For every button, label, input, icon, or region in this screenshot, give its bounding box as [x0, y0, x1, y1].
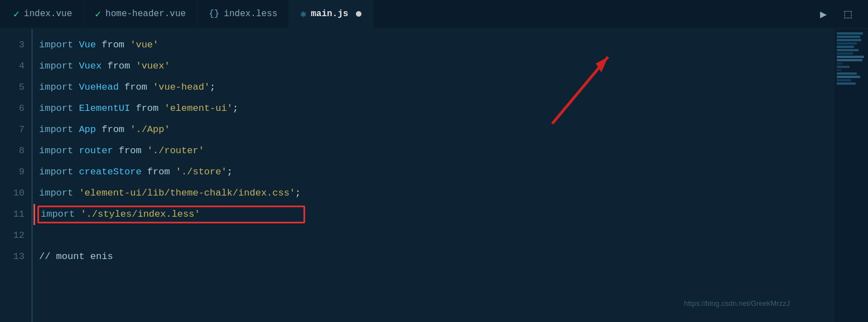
token: from — [107, 56, 130, 77]
token: import — [39, 35, 73, 56]
mini-line — [837, 32, 863, 35]
mini-line — [837, 46, 854, 48]
code-line-4: import Vuex from 'vuex' — [33, 56, 835, 77]
token: import — [41, 204, 75, 225]
mini-line — [837, 59, 862, 61]
token: from — [136, 98, 158, 119]
mini-line — [837, 72, 857, 75]
tab-actions: ▶ ⬚ — [812, 3, 866, 25]
code-line-12 — [33, 225, 835, 246]
tab-home-header-vue[interactable]: ✓ home-header.vue — [84, 0, 197, 28]
mini-line — [837, 66, 850, 68]
tab-index-less[interactable]: {} index.less — [197, 0, 289, 28]
code-content: import Vue from 'vue' import Vuex from '… — [33, 29, 835, 322]
token: import — [39, 77, 73, 98]
line-num-11: 11 — [0, 204, 25, 225]
token: 'element-ui' — [164, 98, 232, 119]
token: router — [79, 140, 113, 162]
mini-line — [837, 79, 851, 81]
tab-label-index-less: index.less — [224, 9, 277, 19]
token: from — [147, 162, 170, 183]
token: import — [39, 119, 73, 140]
code-line-6: import ElementUI from 'element-ui'; — [33, 98, 835, 119]
line-num-12: 12 — [0, 225, 25, 246]
tab-label-main-js: main.js — [311, 9, 348, 19]
tab-main-js[interactable]: ⚛ main.js — [289, 0, 373, 28]
vue-icon-2: ✓ — [95, 8, 101, 20]
token: createStore — [79, 162, 141, 183]
token: './router' — [147, 140, 204, 162]
mini-line — [837, 39, 861, 41]
mini-line — [837, 82, 856, 85]
left-bar — [31, 29, 33, 322]
mini-line — [837, 69, 841, 71]
token: from — [124, 77, 147, 98]
mini-line — [837, 76, 860, 78]
code-line-7: import App from './App' — [33, 119, 835, 140]
unsaved-dot — [356, 11, 361, 17]
token: Vuex — [79, 56, 102, 77]
line-num-7: 7 — [0, 119, 25, 140]
token: ; — [233, 98, 238, 119]
line-num-4: 4 — [0, 56, 25, 77]
tab-bar: ✓ index.vue ✓ home-header.vue {} index.l… — [0, 0, 868, 29]
mini-line — [837, 42, 857, 45]
code-line-9: import createStore from './store'; — [33, 162, 835, 183]
token: import — [39, 98, 73, 119]
tab-label-home-header-vue: home-header.vue — [105, 9, 186, 19]
mini-line — [837, 56, 864, 58]
vue-icon-1: ✓ — [13, 8, 20, 20]
editor-area: 3 4 5 6 7 8 9 10 11 12 13 import Vue fro… — [0, 29, 868, 322]
token: VueHead — [79, 77, 118, 98]
token: 'vue' — [130, 35, 158, 56]
screenshot-button[interactable]: ⬚ — [837, 3, 859, 25]
token: 'element-ui/lib/theme-chalk/index.css' — [79, 183, 295, 204]
tab-index-vue[interactable]: ✓ index.vue — [2, 0, 84, 28]
line-num-9: 9 — [0, 162, 25, 183]
line-num-13: 13 — [0, 246, 25, 267]
token: ElementUI — [79, 98, 130, 119]
token: // mount enis — [39, 246, 113, 267]
less-icon: {} — [209, 9, 219, 19]
token: import — [39, 183, 73, 204]
tab-label-index-vue: index.vue — [24, 9, 72, 19]
run-button[interactable]: ▶ — [812, 3, 835, 25]
token: App — [79, 119, 96, 140]
mini-line — [837, 36, 860, 38]
mini-line — [837, 52, 853, 55]
run-icon: ▶ — [820, 7, 827, 21]
mini-line — [837, 49, 859, 51]
screenshot-icon: ⬚ — [844, 7, 851, 22]
code-line-3: import Vue from 'vue' — [33, 35, 835, 56]
code-line-13: // mount enis — [33, 246, 835, 267]
token: from — [102, 35, 124, 56]
token: './styles/index.less' — [80, 204, 200, 225]
react-icon: ⚛ — [300, 8, 306, 20]
token: 'vuex' — [136, 56, 170, 77]
code-line-11: import './styles/index.less' — [33, 204, 835, 225]
token: import — [39, 56, 73, 77]
token: './App' — [130, 119, 170, 140]
minimap — [835, 29, 868, 322]
watermark: https://blog.csdn.net/GreekMrzzJ — [684, 293, 790, 314]
token: from — [102, 119, 124, 140]
line-num-3: 3 — [0, 35, 25, 56]
line-num-5: 5 — [0, 77, 25, 98]
token: Vue — [79, 35, 96, 56]
code-line-10: import 'element-ui/lib/theme-chalk/index… — [33, 183, 835, 204]
token: './store' — [176, 162, 227, 183]
minimap-content — [835, 29, 868, 88]
code-line-8: import router from './router' — [33, 140, 835, 162]
line-num-10: 10 — [0, 183, 25, 204]
token: 'vue-head' — [153, 77, 210, 98]
token: import — [39, 140, 73, 162]
token: import — [39, 162, 73, 183]
code-line-5: import VueHead from 'vue-head'; — [33, 77, 835, 98]
line-num-6: 6 — [0, 98, 25, 119]
token: ; — [210, 77, 215, 98]
mini-line — [837, 62, 842, 65]
line-numbers: 3 4 5 6 7 8 9 10 11 12 13 — [0, 29, 33, 322]
token: ; — [227, 162, 233, 183]
token: ; — [295, 183, 301, 204]
token: from — [119, 140, 142, 162]
